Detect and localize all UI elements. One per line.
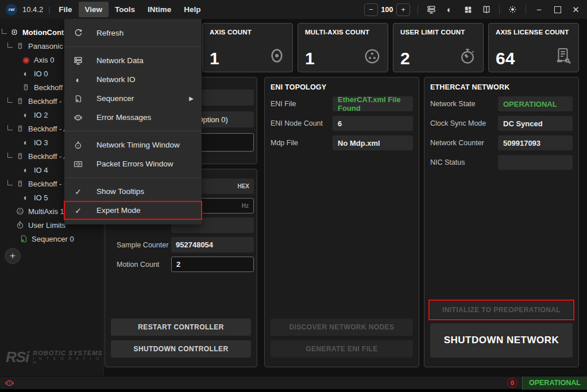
zoom-control: − 100 +	[364, 3, 410, 16]
axis-license-count-card: AXIS LICENSE COUNT 64	[488, 23, 579, 72]
chip-icon	[10, 28, 19, 36]
menu-item-error-messages[interactable]: Error Messages	[64, 108, 202, 127]
menu-item-network-data[interactable]: Network Data	[64, 51, 202, 70]
menu-item-label: Show Tooltips	[96, 187, 144, 196]
card-value: 1	[305, 49, 315, 68]
stopwatch-icon	[16, 221, 25, 229]
zoom-level: 100	[378, 6, 396, 14]
menubar-file[interactable]: File	[52, 2, 78, 17]
expander-icon[interactable]	[7, 42, 13, 48]
brand-line1: ROBOTIC SYSTEMS	[33, 350, 103, 356]
minimize-button[interactable]: −	[534, 5, 544, 14]
stopwatch-icon	[72, 141, 84, 149]
app-window: rsi 10.4.2 | File View Tools INtime Help…	[0, 0, 587, 392]
dashboard-grid-icon[interactable]	[462, 6, 473, 14]
app-version: 10.4.2	[22, 5, 43, 14]
menu-item-refresh[interactable]: Refresh	[64, 24, 202, 42]
stopwatch-icon	[459, 48, 476, 65]
rsi-brand-logo: RSi ROBOTIC SYSTEMS I N T E G R A T I O …	[6, 350, 103, 364]
expander-icon[interactable]	[7, 98, 13, 103]
expander-icon[interactable]	[7, 125, 13, 130]
clock-sync-mode-label: Clock Sync Mode	[430, 119, 498, 127]
server-icon	[72, 56, 84, 65]
tree-item-label: IO 4	[34, 166, 48, 174]
drive-icon	[21, 83, 30, 91]
tree-item-label: MotionContr	[22, 28, 67, 37]
maximize-button[interactable]	[552, 6, 563, 13]
menu-item-label: Expert Mode	[96, 206, 141, 215]
license-key-icon	[554, 46, 571, 65]
network-state-label: Network State	[430, 100, 498, 108]
rsi-logo-text: RSi	[6, 351, 29, 363]
io-icon: ◐	[21, 110, 30, 119]
discover-network-nodes-button[interactable]: DISCOVER NETWORK NODES	[271, 319, 413, 336]
tree-item-label: Beckhoff - D	[28, 97, 69, 106]
network-io-icon[interactable]: ◐	[444, 5, 455, 14]
drive-icon	[16, 42, 25, 50]
motion-count-input[interactable]: 2	[171, 257, 254, 272]
io-icon: ◐	[21, 69, 30, 78]
panel-title: ENI TOPOLOGY	[265, 77, 419, 96]
check-icon: ✓	[72, 187, 84, 196]
menu-item-network-timing-window[interactable]: Network Timing Window	[64, 135, 202, 154]
menubar-intime[interactable]: INtime	[141, 2, 177, 17]
tree-item-label: Sequencer 0	[32, 235, 74, 243]
refresh-icon	[72, 29, 84, 37]
menu-item-label: Network Timing Window	[96, 141, 180, 149]
menubar-tools[interactable]: Tools	[109, 2, 141, 17]
check-icon: ✓	[72, 206, 84, 215]
hz-suffix-label: Hz	[242, 203, 249, 209]
add-object-button[interactable]: +	[5, 248, 21, 264]
alarm-icon[interactable]	[5, 378, 14, 388]
expander-icon[interactable]	[7, 153, 13, 158]
menu-item-show-tooltips[interactable]: ✓ Show Tooltips	[64, 182, 202, 201]
motion-count-label: Motion Count	[117, 261, 171, 269]
tree-item-label: MultiAxis 1	[28, 207, 64, 216]
menubar-view[interactable]: View	[79, 2, 109, 17]
tree-item-label: IO 3	[34, 138, 48, 147]
tree-item-sequencer0[interactable]: Sequencer 0	[0, 232, 103, 246]
network-data-icon[interactable]	[426, 5, 437, 14]
menu-separator	[64, 177, 202, 178]
submenu-arrow-icon: ▶	[189, 95, 194, 102]
menu-item-network-io[interactable]: ◐ Network IO	[64, 70, 202, 89]
ethercat-network-panel: ETHERCAT NETWORK Network State OPERATION…	[424, 77, 579, 367]
menu-separator	[64, 46, 202, 47]
shutdown-controller-button[interactable]: SHUTDOWN CONTROLLER	[111, 340, 251, 358]
shutdown-network-button[interactable]: SHUTDOWN NETWORK	[430, 323, 573, 358]
error-count-badge[interactable]: 0	[507, 378, 518, 388]
generate-eni-file-button[interactable]: GENERATE ENI FILE	[271, 340, 413, 358]
tree-item-label: Beckhoff - A	[28, 152, 68, 161]
close-button[interactable]: ✕	[570, 5, 581, 15]
contrast-icon: ◐	[72, 75, 84, 84]
tree-item-label: Beckhoff - A	[28, 125, 68, 133]
menu-item-packet-errors-window[interactable]: Packet Errors Window	[64, 154, 202, 173]
menu-item-label: Refresh	[96, 29, 123, 37]
mdp-file-label: Mdp File	[271, 139, 333, 147]
restart-controller-button[interactable]: RESTART CONTROLLER	[111, 319, 251, 336]
titlebar: rsi 10.4.2 | File View Tools INtime Help…	[0, 0, 587, 19]
initialize-to-preoperational-button[interactable]: INITIALIZE TO PREOPERATIONAL	[430, 301, 573, 319]
theme-brightness-icon[interactable]	[507, 5, 518, 14]
multi-axis-count-card: MULTI-AXIS COUNT 1	[298, 23, 388, 72]
zoom-out-button[interactable]: −	[364, 3, 378, 16]
io-icon: ◐	[21, 193, 30, 202]
expander-icon[interactable]	[2, 29, 7, 34]
docs-book-icon[interactable]	[481, 5, 492, 14]
menu-item-expert-mode[interactable]: ✓ Expert Mode	[64, 201, 202, 220]
panel-title: ETHERCAT NETWORK	[424, 77, 578, 96]
user-limit-count-card: USER LIMIT COUNT 2	[393, 23, 484, 72]
alert-circle-icon	[72, 113, 84, 122]
app-logo: rsi	[6, 4, 17, 15]
card-label: AXIS COUNT	[210, 29, 285, 36]
nic-status-label: NIC Status	[430, 158, 498, 166]
menubar-help[interactable]: Help	[177, 2, 207, 17]
menu-item-sequencer[interactable]: Sequencer ▶	[64, 89, 202, 108]
sample-counter-value: 952748054	[171, 237, 254, 253]
axis-icon: ◉	[21, 55, 30, 64]
expander-icon[interactable]	[7, 180, 13, 185]
network-counter-value: 509917093	[498, 135, 573, 150]
zoom-in-button[interactable]: +	[396, 3, 410, 16]
axis-count-card: AXIS COUNT 1	[202, 23, 293, 72]
brand-line2: I N T E G R A T I O N	[33, 356, 103, 364]
